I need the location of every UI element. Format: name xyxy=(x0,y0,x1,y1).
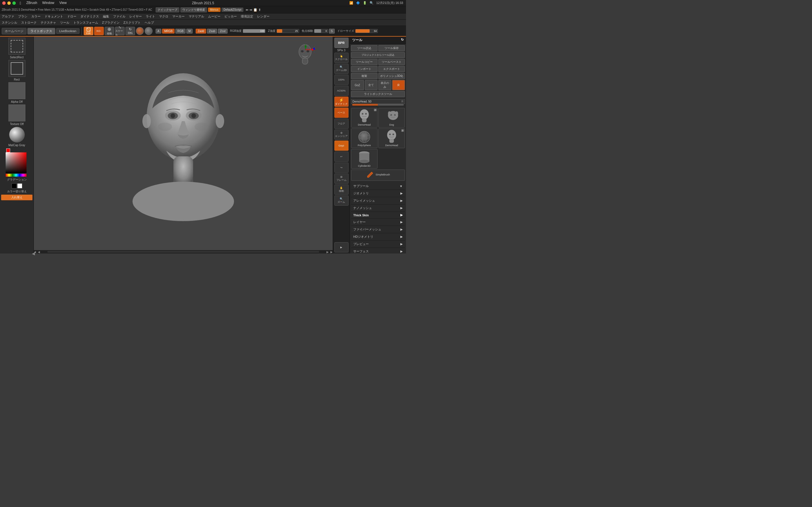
window-menu[interactable]: Window xyxy=(42,1,54,5)
menu-help[interactable]: ヘルプ xyxy=(145,20,154,25)
menu-picker[interactable]: ピッカー xyxy=(224,14,237,18)
hd-geometry-section[interactable]: HDジオメトリ ▶ xyxy=(351,233,405,240)
view-menu[interactable]: View xyxy=(59,1,67,5)
zoom100-button[interactable]: 100% xyxy=(335,75,349,85)
rotate-tool-button[interactable]: ↻ 回転 xyxy=(125,27,135,35)
dog-tool-thumb[interactable]: Dog xyxy=(378,108,405,128)
polymesh3d-button[interactable]: ポリメッシュ3D化 xyxy=(378,73,405,79)
lightbox-button[interactable]: ライトボックス xyxy=(28,28,55,34)
navigation-gizmo[interactable] xyxy=(294,43,316,66)
menu-zscript[interactable]: Zスクリプト xyxy=(123,20,141,25)
menu-stroke[interactable]: ストローク xyxy=(21,20,37,25)
menu-draw[interactable]: ドロー xyxy=(67,14,77,18)
menu-marker[interactable]: マーカー xyxy=(172,14,185,18)
export-button[interactable]: エクスポート xyxy=(378,66,405,72)
surface-section[interactable]: サーフェス ▶ xyxy=(351,248,405,253)
rgb-strength-slider[interactable]: 100 xyxy=(243,29,265,33)
menu-material[interactable]: マテリアル xyxy=(189,14,204,18)
menu-light[interactable]: ライト xyxy=(146,14,155,18)
default-script-button[interactable]: DefaultZScript xyxy=(221,8,243,12)
menu-file[interactable]: ファイル xyxy=(113,14,125,18)
view-only-button[interactable]: 表示のみ xyxy=(378,80,391,90)
polysphere-tool-thumb[interactable]: PolySphere xyxy=(351,128,377,148)
subtools-section[interactable]: サブツール ▼ xyxy=(351,182,405,190)
menu-brush[interactable]: ブラシ xyxy=(18,14,28,18)
mrgb-channel-button[interactable]: MRGB xyxy=(162,29,174,34)
redo-button[interactable]: ↪ xyxy=(335,163,349,173)
demohead-slider[interactable] xyxy=(352,104,404,106)
rect-tool[interactable] xyxy=(8,60,26,77)
canvas-area[interactable]: ◀ ◀ ▶ ▶ xyxy=(34,37,333,253)
demohead-input[interactable]: DemoHead. 50 R xyxy=(351,99,405,104)
menu-texture[interactable]: テクスチャ xyxy=(41,20,56,25)
gxyz-button[interactable]: Gxyz xyxy=(335,140,349,151)
search-icon[interactable]: 🔍 xyxy=(370,1,373,5)
left-edge-arrow[interactable]: ◀ xyxy=(32,251,35,253)
menu-document[interactable]: ドキュメント xyxy=(45,14,63,18)
rgb-channel-button[interactable]: RGB xyxy=(175,29,186,34)
menu-tool[interactable]: ツール xyxy=(60,20,69,25)
matcap-button[interactable] xyxy=(9,127,25,143)
preview-section[interactable]: プレビュー ▶ xyxy=(351,240,405,248)
scroll-right-arrow[interactable]: ▶ xyxy=(326,250,329,253)
all-button[interactable]: 全て xyxy=(365,80,378,90)
home-button[interactable]: ホームページ xyxy=(2,28,27,34)
texture-off-button[interactable] xyxy=(8,105,26,121)
edit-button[interactable]: Edit xyxy=(84,27,93,35)
zoom2d-button[interactable]: 🔍 ズーム2D xyxy=(335,64,349,74)
menu-zplugin[interactable]: Zプラグイン xyxy=(102,20,119,25)
color-gradient[interactable] xyxy=(6,152,27,173)
geometry-section[interactable]: ジオメトリ ▶ xyxy=(351,190,405,197)
lightbox-tools-button[interactable]: ライトボックスツール xyxy=(351,91,405,97)
z-strength-slider[interactable]: 25 xyxy=(276,29,299,33)
move-strip-button[interactable]: ✋ 移動 xyxy=(335,184,349,194)
menu-movie[interactable]: ムービー xyxy=(208,14,220,18)
scale-tool-button[interactable]: ⤡ スケール xyxy=(115,27,124,35)
save-tool-button[interactable]: ツール保存 xyxy=(378,45,405,51)
minimize-button[interactable] xyxy=(7,1,11,5)
maximize-button[interactable] xyxy=(12,1,16,5)
apple-menu[interactable]:  xyxy=(20,1,21,5)
menu-preferences[interactable]: 環境設定 xyxy=(241,14,253,18)
zcut-button[interactable]: Zcut xyxy=(218,29,227,34)
alpha-off-button[interactable] xyxy=(8,82,26,99)
menu-color[interactable]: カラー xyxy=(31,14,41,18)
draw-size-slider[interactable]: 64 xyxy=(355,29,378,33)
menu-edit[interactable]: 編集 xyxy=(103,14,109,18)
load-tool-button[interactable]: ツール読込 xyxy=(351,45,377,51)
engineer-button[interactable]: ⚙ エンジニア xyxy=(335,129,349,140)
menu-layer[interactable]: レイヤー xyxy=(130,14,142,18)
black-swatch[interactable] xyxy=(11,183,17,188)
canvas-3d-view[interactable] xyxy=(34,37,333,253)
project-load-button[interactable]: プロジェクトからツール読込 xyxy=(351,52,405,58)
collapse-button[interactable]: ▶ xyxy=(335,242,349,252)
duplicate-button[interactable]: 複製 xyxy=(351,73,377,79)
brush-color-button[interactable] xyxy=(136,27,144,35)
floor-button[interactable]: フロア xyxy=(335,119,349,129)
focal-shift-slider[interactable]: 0 xyxy=(314,29,328,33)
frame-button[interactable]: ⊞ フレーム xyxy=(335,173,349,184)
menu-stencil[interactable]: ステンシル xyxy=(2,20,17,25)
base-button[interactable]: ベース xyxy=(335,108,349,118)
replace-button[interactable]: 入れ替え xyxy=(1,194,33,200)
goz-button[interactable]: GoZ xyxy=(351,80,364,90)
undo-button[interactable]: ↩ xyxy=(335,152,349,162)
menu-dynamics[interactable]: ダイナミクス xyxy=(80,14,99,18)
white-swatch[interactable] xyxy=(17,183,22,188)
m-channel-button[interactable]: M xyxy=(186,29,193,34)
quick-save-button[interactable]: クイックセーブ xyxy=(156,7,179,12)
layer-section[interactable]: レイヤー ▶ xyxy=(351,219,405,226)
import-button[interactable]: インポート xyxy=(351,66,377,72)
zbrush-menu[interactable]: ZBrush xyxy=(26,1,37,5)
color-hue-bar[interactable] xyxy=(6,174,27,177)
demohead-tool-thumb[interactable]: 2 DemoHead xyxy=(351,108,377,128)
menu-render[interactable]: レンダー xyxy=(257,14,269,18)
menu-transform[interactable]: トランスフォーム xyxy=(73,20,98,25)
scroll-track[interactable] xyxy=(47,251,319,252)
scroll-left2-arrow[interactable]: ◀ xyxy=(38,250,40,253)
bottom-scrollbar[interactable]: ◀ ◀ ▶ ▶ xyxy=(34,250,333,253)
color-picker[interactable] xyxy=(6,148,28,177)
bpr-button[interactable]: BPR xyxy=(335,38,349,48)
s-button[interactable]: S xyxy=(329,29,335,34)
zoom-strip-button[interactable]: 🔍 ズーム xyxy=(335,195,349,206)
